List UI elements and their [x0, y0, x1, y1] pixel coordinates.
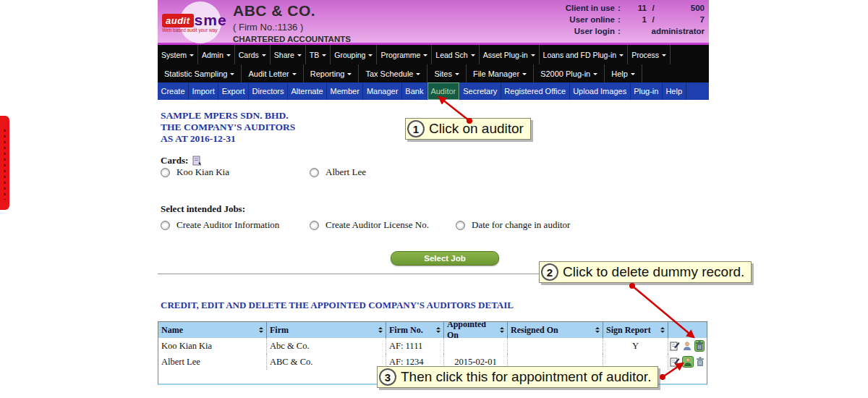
tab-registered-office[interactable]: Registered Office [501, 82, 570, 100]
cell-firm-no: AF: 1111 [386, 338, 444, 354]
column-header-sign-report[interactable]: Sign Report [603, 322, 668, 338]
appoint-user-icon[interactable] [682, 356, 694, 368]
menu-s2000-plugin[interactable]: S2000 Plug-in [534, 64, 605, 82]
main-menubar: System Admin Cards Share TB Grouping Pro… [158, 45, 709, 64]
page-title: SAMPLE MPERS SDN. BHD. THE COMPANY'S AUD… [161, 110, 295, 145]
menu-help[interactable]: Help [605, 64, 642, 82]
card-document-icon[interactable] [192, 156, 202, 166]
chevron-down-icon [297, 54, 302, 59]
radio-date-change-auditor[interactable] [456, 221, 465, 230]
page-subtitle: THE COMPANY'S AUDITORS [161, 122, 295, 133]
chevron-down-icon [226, 54, 231, 59]
side-feedback-tab[interactable] [0, 116, 9, 210]
table-title: CREDIT, EDIT AND DELETE THE APPOINTED CO… [161, 300, 514, 311]
menu-file-manager[interactable]: File Manager [467, 64, 534, 82]
stat-client-in-use: Client in use : 11 / 500 [551, 2, 705, 14]
edit-icon[interactable] [670, 340, 680, 352]
menu-asset-plugin[interactable]: Asset Plug-in [480, 45, 540, 64]
step-text: Click on auditor [429, 121, 524, 137]
tab-secretary[interactable]: Secretary [460, 82, 501, 100]
content-area: SAMPLE MPERS SDN. BHD. THE COMPANY'S AUD… [158, 100, 709, 398]
menu-share[interactable]: Share [271, 45, 306, 64]
chevron-down-icon [262, 54, 266, 59]
radio-create-auditor-license[interactable] [310, 221, 319, 230]
callout-appointment-of-auditor: 3 Then click this for appointment of aud… [377, 366, 658, 388]
tab-auditor[interactable]: Auditor [427, 82, 460, 100]
column-header-resigned-on[interactable]: Resigned On [508, 322, 603, 338]
tab-help[interactable]: Help [663, 82, 686, 100]
column-header-firm[interactable]: Firm [267, 322, 386, 338]
delete-icon[interactable] [694, 340, 705, 352]
card-option-albert: Albert Lee [310, 166, 366, 178]
tab-upload-images[interactable]: Upload Images [570, 82, 631, 100]
user-icon[interactable] [682, 340, 692, 352]
menu-sites[interactable]: Sites [427, 64, 466, 82]
menu-process[interactable]: Process [628, 45, 671, 64]
column-header-name[interactable]: Name [158, 322, 267, 338]
menu-audit-letter[interactable]: Audit Letter [242, 64, 303, 82]
menu-statistic-sampling[interactable]: Statistic Sampling [158, 64, 242, 82]
select-job-button[interactable]: Select Job [391, 251, 499, 266]
menu-loans-fd-plugin[interactable]: Loans and FD Plug-in [540, 45, 629, 64]
tab-alternate[interactable]: Alternate [288, 82, 327, 100]
menu-admin[interactable]: Admin [198, 45, 235, 64]
tab-export[interactable]: Export [218, 82, 249, 100]
card-tabbar: Create Import Export Directors Alternate… [158, 82, 709, 100]
table-header-row: Name Firm Firm No. Appointed On Resigned… [158, 322, 707, 338]
delete-icon[interactable] [696, 356, 705, 368]
job-option-change-date: Date for change in auditor [456, 219, 570, 231]
stat-user-login: User login : administrator [551, 25, 705, 37]
menu-cards[interactable]: Cards [235, 45, 271, 64]
step-text: Then click this for appointment of audit… [401, 369, 651, 385]
job-option-license: Create Auditor License No. [310, 219, 429, 231]
chevron-down-icon [322, 54, 326, 59]
tab-plug-in[interactable]: Plug-in [631, 82, 663, 100]
radio-albert-lee[interactable] [310, 168, 319, 177]
chevron-down-icon [593, 73, 597, 77]
sort-icon[interactable] [497, 325, 504, 335]
column-header-firm-no[interactable]: Firm No. [386, 322, 444, 338]
step-number: 2 [541, 263, 558, 281]
menu-reporting[interactable]: Reporting [304, 64, 359, 82]
sort-icon[interactable] [256, 325, 263, 335]
card-option-koo: Koo Kian Kia [161, 166, 229, 178]
cell-resigned-on [508, 338, 603, 354]
chevron-down-icon [631, 73, 635, 77]
tab-bank[interactable]: Bank [402, 82, 427, 100]
menu-lead-sch[interactable]: Lead Sch [432, 45, 479, 64]
logo-wordmark: audit sme [162, 12, 227, 29]
sort-icon[interactable] [658, 325, 665, 335]
sort-icon[interactable] [375, 325, 383, 335]
chevron-down-icon [347, 73, 352, 77]
tab-manager[interactable]: Manager [363, 82, 401, 100]
column-header-appointed-on[interactable]: Appointed On [444, 322, 508, 338]
menu-tax-schedule[interactable]: Tax Schedule [359, 64, 427, 82]
secondary-menubar: Statistic Sampling Audit Letter Reportin… [158, 64, 709, 82]
chevron-down-icon [619, 54, 624, 59]
menu-tb[interactable]: TB [306, 45, 331, 64]
radio-create-auditor-information[interactable] [161, 221, 170, 230]
tab-create[interactable]: Create [158, 82, 189, 100]
app-window: audit sme Web based audit your way ABC &… [158, 0, 709, 398]
cell-firm: Abc & Co. [267, 338, 386, 354]
menu-programme[interactable]: Programme [377, 45, 432, 64]
sort-icon[interactable] [592, 325, 600, 335]
table-row: Koo Kian Kia Abc & Co. AF: 1111 Y [158, 338, 707, 354]
menu-grouping[interactable]: Grouping [331, 45, 377, 64]
chevron-down-icon [471, 54, 475, 59]
as-at-date: AS AT 2016-12-31 [161, 133, 295, 145]
callout-click-on-auditor: 1 Click on auditor [405, 118, 531, 140]
tab-member[interactable]: Member [327, 82, 363, 100]
chevron-down-icon [455, 73, 459, 77]
menu-system[interactable]: System [158, 45, 198, 64]
chevron-down-icon [368, 54, 373, 59]
job-option-create-info: Create Auditor Information [161, 219, 279, 231]
sort-icon[interactable] [433, 325, 441, 335]
step-number: 3 [379, 368, 396, 386]
tab-import[interactable]: Import [189, 82, 218, 100]
cell-sign-report: Y [603, 338, 668, 354]
edit-icon[interactable] [670, 356, 680, 368]
radio-koo-kian-kia[interactable] [161, 168, 170, 177]
cell-actions [668, 354, 707, 370]
tab-directors[interactable]: Directors [249, 82, 288, 100]
